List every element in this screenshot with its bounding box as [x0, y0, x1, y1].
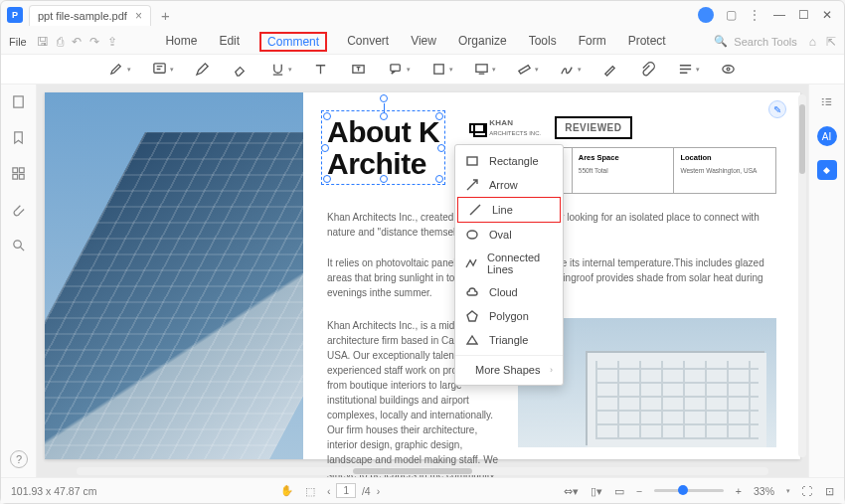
copilot-icon[interactable]: ◆	[817, 160, 837, 180]
zoom-in-icon[interactable]: +	[736, 485, 742, 497]
brand-sub: ARCHITECTS INC.	[489, 129, 541, 138]
shapes-tool[interactable]: ▾	[430, 61, 453, 79]
svg-rect-2	[391, 65, 400, 72]
single-page-icon[interactable]: ▯▾	[591, 485, 602, 497]
minimize-button[interactable]: —	[772, 8, 786, 22]
cloud-icon	[465, 285, 479, 299]
underline-tool[interactable]: ▾	[269, 61, 292, 79]
menu-view[interactable]: View	[409, 32, 438, 52]
rotation-handle[interactable]	[380, 94, 388, 102]
signature-tool[interactable]: ▾	[559, 61, 582, 79]
user-avatar-icon[interactable]	[698, 7, 714, 23]
eraser-tool[interactable]	[232, 61, 250, 79]
textbox-tool[interactable]	[350, 61, 368, 79]
print-icon[interactable]: ⎙	[57, 35, 64, 49]
share-icon[interactable]: ⇪	[107, 35, 117, 49]
properties-icon[interactable]	[819, 94, 834, 112]
dd-polygon[interactable]: Polygon	[455, 304, 563, 328]
handle-bl[interactable]	[323, 175, 331, 183]
hand-tool-icon[interactable]: ✋	[280, 484, 293, 497]
menu-convert[interactable]: Convert	[345, 32, 391, 52]
menu-organize[interactable]: Organize	[456, 32, 509, 52]
fit-width-icon[interactable]: ⇔▾	[564, 485, 579, 497]
ai-sidebar-icon[interactable]: AI	[817, 126, 837, 146]
select-tool-icon[interactable]: ⬚	[305, 485, 315, 497]
svg-rect-4	[476, 65, 487, 73]
dd-connected[interactable]: Connected Lines	[455, 247, 563, 280]
pencil-tool[interactable]	[194, 61, 212, 79]
file-menu[interactable]: File	[9, 36, 27, 48]
dd-triangle[interactable]: Triangle	[455, 328, 563, 352]
new-tab-button[interactable]: +	[157, 7, 174, 24]
canvas[interactable]: ✎ About KArc	[37, 84, 808, 477]
bookmarks-icon[interactable]	[11, 130, 26, 148]
note-tool[interactable]: ▾	[151, 61, 174, 79]
handle-bm[interactable]	[380, 175, 388, 183]
help-button[interactable]: ?	[10, 450, 28, 468]
search-panel-icon[interactable]	[11, 238, 26, 255]
zoom-knob[interactable]	[678, 485, 688, 495]
attachment-tool[interactable]	[639, 61, 657, 79]
menu-edit[interactable]: Edit	[217, 32, 242, 52]
document-tab[interactable]: ppt file-sample.pdf ×	[29, 5, 151, 26]
th-area: Ares Space	[579, 152, 668, 163]
search-tools[interactable]: 🔍 Search Tools	[714, 35, 796, 48]
shapes-dropdown: Rectangle Arrow Line Oval Connected Line…	[454, 144, 564, 386]
redo-icon[interactable]: ↷	[89, 35, 99, 49]
dd-oval[interactable]: Oval	[455, 223, 563, 247]
dd-rectangle[interactable]: Rectangle	[455, 149, 563, 173]
highlighter-tool[interactable]: ▾	[108, 61, 131, 79]
brand-logo: KHAN ARCHITECTS INC.	[469, 117, 541, 138]
selected-title-box[interactable]: About KArchite	[327, 116, 439, 179]
page-current-input[interactable]: 1	[336, 483, 356, 498]
attachments-icon[interactable]	[11, 202, 26, 220]
comment-list-tool[interactable]: ▾	[677, 61, 700, 79]
undo-icon[interactable]: ↶	[72, 35, 82, 49]
menu-protect[interactable]: Protect	[626, 32, 668, 52]
v-scroll-thumb[interactable]	[799, 104, 805, 174]
close-window-button[interactable]: ✕	[820, 8, 834, 22]
dd-arrow[interactable]: Arrow	[455, 173, 563, 197]
svg-rect-10	[13, 174, 18, 179]
save-icon[interactable]: 🖫	[37, 35, 49, 49]
layers-icon[interactable]	[11, 166, 26, 184]
line-icon	[468, 203, 482, 217]
prev-page-icon[interactable]: ‹	[327, 485, 331, 497]
tab-close-icon[interactable]: ×	[135, 9, 142, 23]
menu-form[interactable]: Form	[577, 32, 608, 52]
thumbnails-icon[interactable]	[11, 94, 26, 112]
fullscreen-icon[interactable]: ⛶	[802, 485, 813, 497]
dd-more-shapes[interactable]: More Shapes ›	[455, 359, 563, 381]
maximize-button[interactable]: ☐	[796, 8, 810, 22]
vertical-scrollbar[interactable]	[798, 94, 806, 457]
export-icon[interactable]: ⇱	[826, 35, 836, 49]
pen-tool[interactable]	[601, 61, 619, 79]
stamp-tool[interactable]: ▾	[473, 61, 496, 79]
text-tool[interactable]	[312, 61, 330, 79]
next-page-icon[interactable]: ›	[377, 485, 381, 497]
handle-ml[interactable]	[321, 144, 329, 152]
app-menu-icon[interactable]: ▢	[726, 8, 737, 22]
fit-page-icon[interactable]: ⊡	[825, 485, 834, 497]
dd-cloud[interactable]: Cloud	[455, 280, 563, 304]
menu-tools[interactable]: Tools	[527, 32, 559, 52]
svg-rect-11	[19, 174, 24, 179]
cloud-icon[interactable]: ⌂	[809, 35, 816, 49]
horizontal-scrollbar[interactable]	[77, 467, 768, 475]
handle-tm[interactable]	[380, 112, 388, 120]
handle-tl[interactable]	[323, 112, 331, 120]
hide-comments-tool[interactable]	[720, 61, 738, 79]
callout-tool[interactable]: ▾	[388, 61, 411, 79]
dd-line[interactable]: Line	[457, 197, 561, 223]
ribbon: ▾ ▾ ▾ ▾ ▾ ▾ ▾ ▾ ▾	[1, 55, 844, 84]
menu-comment[interactable]: Comment	[259, 32, 327, 52]
kebab-icon[interactable]: ⋮	[749, 8, 760, 22]
zoom-out-icon[interactable]: −	[636, 485, 642, 497]
zoom-slider[interactable]	[654, 489, 724, 492]
menu-home[interactable]: Home	[163, 32, 199, 52]
measure-tool[interactable]: ▾	[516, 61, 539, 79]
read-mode-icon[interactable]: ▭	[614, 485, 624, 497]
handle-mr[interactable]	[437, 144, 445, 152]
h-scroll-thumb[interactable]	[353, 468, 472, 474]
floating-badge-icon[interactable]: ✎	[768, 100, 786, 118]
